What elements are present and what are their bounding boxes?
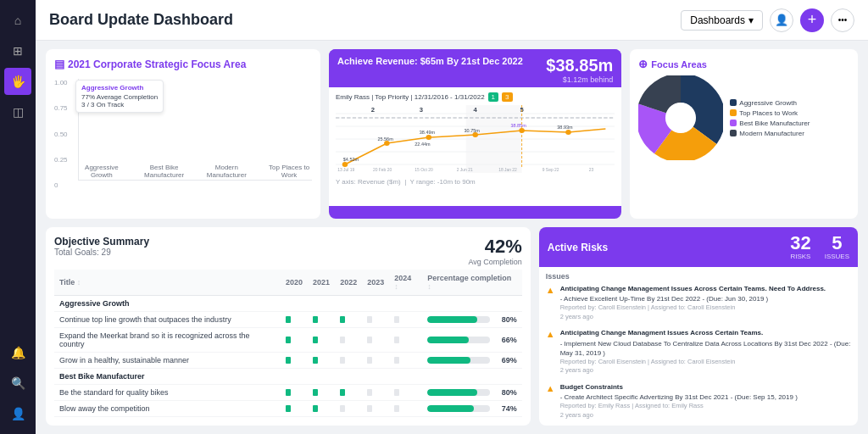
table-header-row: Title ↕ 2020 2021 2022 2023 2024 ↕ Perce… bbox=[54, 270, 522, 296]
bar-group-3: Modern Manufacturer bbox=[203, 161, 249, 180]
user-avatar-button[interactable]: 👤 bbox=[770, 8, 793, 32]
revenue-header: Achieve Revenue: $65m By 21st Dec 2022 $… bbox=[337, 56, 613, 84]
sidebar-icon-search[interactable]: 🔍 bbox=[4, 370, 31, 397]
row-pct: 74% bbox=[422, 401, 522, 417]
row-2023 bbox=[362, 312, 389, 328]
objective-table-container: Title ↕ 2020 2021 2022 2023 2024 ↕ Perce… bbox=[54, 270, 522, 417]
svg-point-7 bbox=[342, 162, 348, 167]
sidebar-icon-grid[interactable]: ⊞ bbox=[4, 37, 31, 64]
row-2022 bbox=[335, 328, 362, 353]
row-pct: 66% bbox=[422, 328, 522, 353]
table-row: Expand the Meerkat brand so it is recogn… bbox=[54, 328, 522, 353]
row-2021 bbox=[308, 385, 335, 401]
issue-title-3: Budget Constraints bbox=[560, 382, 798, 392]
y-axis: 1.000.750.500.250 bbox=[54, 79, 68, 189]
svg-text:22.44m: 22.44m bbox=[415, 142, 431, 147]
top-row: ▤ 2021 Corporate Strategic Focus Area Ag… bbox=[46, 49, 858, 219]
bar-label-4: Top Places to Work bbox=[266, 164, 312, 180]
sidebar-icon-person[interactable]: 🖐 bbox=[4, 68, 31, 95]
svg-text:38.49m: 38.49m bbox=[420, 130, 436, 135]
svg-text:9 Sep 22: 9 Sep 22 bbox=[542, 168, 559, 172]
active-risks-card: Active Risks 32 RISKS 5 ISSUES Issues bbox=[539, 227, 858, 426]
sidebar-icon-chart[interactable]: ◫ bbox=[4, 98, 31, 125]
th-title: Title ↕ bbox=[54, 270, 281, 296]
sidebar-icon-home[interactable]: ⌂ bbox=[4, 7, 31, 34]
bar-label-2: Best Bike Manufacturer bbox=[142, 164, 187, 180]
row-2021 bbox=[308, 328, 335, 353]
revenue-right: $38.85m $1.12m behind bbox=[546, 56, 613, 84]
legend-label-4: Modern Manufacturer bbox=[739, 130, 804, 137]
pie-area: Aggressive Growth Top Places to Work Bes… bbox=[638, 75, 849, 160]
bar-group-1: Aggressive Growth bbox=[79, 161, 125, 180]
objective-table: Title ↕ 2020 2021 2022 2023 2024 ↕ Perce… bbox=[54, 270, 522, 417]
th-2020: 2020 bbox=[281, 270, 308, 296]
sidebar-icon-bell[interactable]: 🔔 bbox=[4, 339, 31, 366]
sidebar-icon-user[interactable]: 👤 bbox=[4, 400, 31, 427]
header-actions: Dashboards ▾ 👤 + ••• bbox=[681, 8, 854, 32]
focus-areas-card: ⊕ Focus Areas bbox=[630, 49, 858, 219]
risks-number: 32 bbox=[790, 234, 810, 253]
legend-dot-3 bbox=[730, 120, 737, 126]
row-pct: 69% bbox=[422, 353, 522, 369]
risks-counts: 32 RISKS 5 ISSUES bbox=[790, 234, 849, 260]
row-pct: 80% bbox=[422, 312, 522, 328]
svg-text:38.85m: 38.85m bbox=[510, 123, 526, 128]
svg-text:2 Jun 21: 2 Jun 21 bbox=[457, 168, 473, 172]
row-2022 bbox=[335, 385, 362, 401]
bar-label-3: Modern Manufacturer bbox=[203, 164, 249, 180]
issue-age-2: 2 years ago bbox=[560, 366, 851, 376]
add-button[interactable]: + bbox=[800, 8, 824, 32]
legend-item-2: Top Places to Work bbox=[730, 109, 810, 117]
row-2021 bbox=[308, 312, 335, 328]
row-2024 bbox=[389, 385, 422, 401]
row-2020 bbox=[281, 353, 308, 369]
legend-label-2: Top Places to Work bbox=[739, 109, 798, 117]
avg-completion-pct: 42% bbox=[468, 236, 521, 258]
row-2023 bbox=[362, 401, 389, 417]
warning-icon-1: ▲ bbox=[546, 285, 555, 321]
revenue-card: Achieve Revenue: $65m By 21st Dec 2022 $… bbox=[329, 49, 621, 219]
svg-text:23: 23 bbox=[589, 168, 594, 172]
svg-point-9 bbox=[426, 135, 431, 140]
svg-text:3: 3 bbox=[420, 106, 423, 114]
issue-title-1: Anticipating Change Management Issues Ac… bbox=[560, 284, 826, 293]
dashboard-body: ▤ 2021 Corporate Strategic Focus Area Ag… bbox=[36, 41, 868, 434]
issue-title-2: Anticipating Change Managment Issues Acr… bbox=[560, 328, 851, 337]
risks-body: Issues ▲ Anticipating Change Management … bbox=[539, 267, 858, 426]
legend-label-3: Best Bike Manufacturer bbox=[739, 120, 810, 127]
objective-header: Objective Summary Total Goals: 29 42% Av… bbox=[54, 236, 522, 266]
revenue-amount: $38.85m bbox=[546, 56, 613, 75]
more-button[interactable]: ••• bbox=[831, 8, 854, 32]
svg-rect-5 bbox=[466, 105, 522, 173]
dashboards-label: Dashboards bbox=[690, 14, 745, 26]
bottom-row: Objective Summary Total Goals: 29 42% Av… bbox=[46, 227, 858, 426]
dashboards-button[interactable]: Dashboards ▾ bbox=[681, 10, 763, 31]
issue-content-2: Anticipating Change Managment Issues Acr… bbox=[560, 328, 851, 376]
issue-item-3: ▲ Budget Constraints - Create Architect … bbox=[546, 382, 851, 420]
issue-desc-3: - Create Architect Specific Advertizing … bbox=[560, 392, 798, 402]
pie-chart bbox=[638, 75, 723, 160]
issue-desc-1: - Achieve Excellent Up-Time By 21st Dec … bbox=[560, 294, 826, 303]
risks-title: Active Risks bbox=[548, 242, 608, 253]
row-title: Continue top line growth that outpaces t… bbox=[54, 312, 281, 328]
table-row: Grow in a healthy, sustainable manner bbox=[54, 353, 522, 369]
legend-label-1: Aggressive Growth bbox=[739, 99, 797, 107]
issues-count: 5 ISSUES bbox=[825, 234, 849, 260]
row-2023 bbox=[362, 385, 389, 401]
row-title: Expand the Meerkat brand so it is recogn… bbox=[54, 328, 281, 353]
row-2024 bbox=[389, 328, 422, 353]
page-title: Board Update Dashboard bbox=[49, 11, 233, 29]
strategic-bar-chart: Aggressive Growth 77% Average Completion… bbox=[54, 75, 312, 194]
avg-completion-label: Avg Completion bbox=[468, 258, 521, 266]
row-2024 bbox=[389, 312, 422, 328]
warning-icon-2: ▲ bbox=[546, 329, 555, 376]
issue-meta-2: Reported by: Caroll Eisenstein | Assigne… bbox=[560, 358, 851, 367]
table-row: Best Bike Manufacturer bbox=[54, 369, 522, 385]
table-row: Blow away the competition 74% bbox=[54, 401, 522, 417]
badge-green: 1 bbox=[488, 92, 498, 102]
warning-icon-3: ▲ bbox=[546, 383, 555, 420]
objective-summary-card: Objective Summary Total Goals: 29 42% Av… bbox=[46, 227, 531, 426]
th-pct: Percentage completion ↕ bbox=[422, 270, 522, 296]
issue-meta-1: Reported by: Caroll Eisenstein | Assigne… bbox=[560, 303, 826, 313]
svg-point-36 bbox=[665, 103, 696, 133]
